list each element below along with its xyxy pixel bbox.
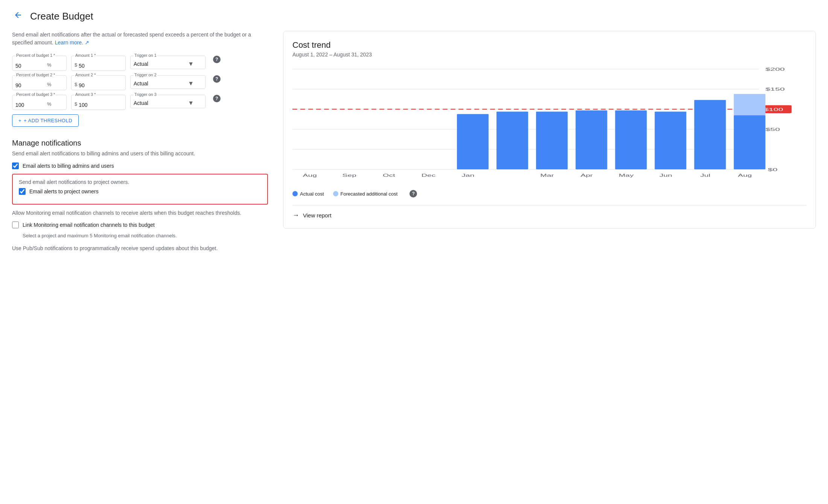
- x-label-sep: Sep: [342, 173, 356, 178]
- x-label-jul: Jul: [700, 173, 711, 178]
- legend-actual: Actual cost: [292, 191, 324, 197]
- x-label-may: May: [619, 173, 634, 178]
- cost-trend-date: August 1, 2022 – August 31, 2023: [292, 52, 807, 58]
- link-monitoring-row: Link Monitoring email notification chann…: [12, 222, 268, 228]
- legend-forecast-dot: [333, 191, 338, 196]
- link-monitoring-text-block: Link Monitoring email notification chann…: [23, 222, 155, 228]
- percent-field-2: Percent of budget 2 * %: [12, 75, 67, 90]
- chart-svg: $200 $150 $100 $50 $0 $100: [292, 65, 807, 185]
- budget-label-text: $100: [764, 107, 783, 112]
- legend-forecast: Forecasted additional cost: [333, 191, 398, 197]
- percent-label-2: Percent of budget 2 *: [15, 73, 56, 77]
- x-label-jan: Jan: [462, 173, 475, 178]
- amount-label-1: Amount 1 *: [75, 53, 96, 58]
- amount-label-3: Amount 3 *: [75, 92, 96, 97]
- percent-field-3: Percent of budget 3 * %: [12, 95, 67, 110]
- project-owners-desc: Send email alert notifications to projec…: [19, 179, 261, 185]
- bar-may: [615, 111, 647, 170]
- header: Create Budget: [12, 9, 816, 23]
- link-monitoring-checkbox[interactable]: [12, 222, 19, 228]
- cost-trend-title: Cost trend: [292, 40, 807, 50]
- bar-jun: [655, 112, 686, 170]
- amount-field-1: Amount 1 * $: [71, 56, 126, 71]
- amount-field-2: Amount 2 * $: [71, 75, 126, 90]
- view-report-arrow-icon: →: [292, 211, 299, 219]
- right-panel: Cost trend August 1, 2022 – August 31, 2…: [283, 31, 816, 252]
- learn-more-link[interactable]: Learn more. ↗: [55, 39, 89, 46]
- project-owners-checkbox-row: Email alerts to project owners: [19, 188, 261, 195]
- allow-monitoring-desc: Allow Monitoring email notification chan…: [12, 209, 268, 217]
- x-label-apr: Apr: [580, 173, 593, 178]
- email-admins-label: Email alerts to billing admins and users: [23, 163, 114, 169]
- legend-actual-dot: [292, 191, 298, 196]
- chart-area: $200 $150 $100 $50 $0 $100: [292, 65, 807, 185]
- legend-actual-label: Actual cost: [300, 191, 324, 197]
- back-arrow-icon: [14, 11, 23, 20]
- percent-input-1[interactable]: [15, 61, 46, 69]
- chart-legend: Actual cost Forecasted additional cost ?: [292, 190, 807, 197]
- left-panel: Send email alert notifications after the…: [12, 31, 268, 252]
- trigger-field-1: Trigger on 1 Actual Forecasted ▼: [130, 56, 205, 69]
- description-text: Send email alert notifications after the…: [12, 31, 268, 47]
- trigger-field-3: Trigger on 3 Actual Forecasted ▼: [130, 95, 205, 108]
- bar-jul: [694, 100, 726, 170]
- threshold-row-1: Percent of budget 1 * % Amount 1 * $: [12, 56, 268, 71]
- x-label-aug2: Aug: [738, 173, 752, 178]
- y-label-0: $0: [768, 167, 778, 172]
- percent-input-2[interactable]: [15, 80, 46, 88]
- threshold-row-2: Percent of budget 2 * % Amount 2 * $: [12, 75, 268, 90]
- project-owners-checkbox[interactable]: [19, 188, 26, 195]
- manage-notifications-desc: Send email alert notifications to billin…: [12, 150, 268, 156]
- trigger-select-1[interactable]: Actual Forecasted: [134, 61, 188, 67]
- dropdown-arrow-2: ▼: [188, 80, 194, 87]
- external-link-icon: ↗: [85, 39, 89, 46]
- bar-mar: [536, 112, 568, 170]
- x-label-mar: Mar: [540, 173, 554, 178]
- dropdown-arrow-3: ▼: [188, 100, 194, 106]
- bar-aug2-forecast: [734, 94, 766, 115]
- thresholds-container: Percent of budget 1 * % Amount 1 * $: [12, 56, 268, 110]
- main-layout: Send email alert notifications after the…: [12, 31, 816, 252]
- page-container: Create Budget Send email alert notificat…: [0, 0, 828, 261]
- trigger-label-2: Trigger on 2: [134, 73, 157, 77]
- amount-field-3: Amount 3 * $: [71, 95, 126, 110]
- bar-apr: [575, 111, 607, 170]
- bar-feb: [496, 112, 528, 170]
- trigger-select-2[interactable]: Actual Forecasted: [134, 80, 188, 87]
- amount-input-1[interactable]: [79, 61, 122, 69]
- email-admins-row: Email alerts to billing admins and users: [12, 162, 268, 169]
- dollar-sign-3: $: [75, 101, 77, 107]
- amount-input-2[interactable]: [79, 80, 122, 88]
- bar-jan: [457, 114, 489, 169]
- add-threshold-button[interactable]: + + ADD THRESHOLD: [12, 114, 79, 127]
- page-title: Create Budget: [30, 11, 93, 22]
- amount-label-2: Amount 2 *: [75, 73, 96, 77]
- percent-label-3: Percent of budget 3 *: [15, 92, 56, 97]
- pubsub-desc: Use Pub/Sub notifications to programmati…: [12, 244, 268, 252]
- help-icon-1[interactable]: ?: [213, 56, 221, 63]
- help-icon-2[interactable]: ?: [213, 75, 221, 83]
- x-label-oct: Oct: [383, 173, 395, 178]
- dollar-sign-1: $: [75, 62, 77, 68]
- percent-label-1: Percent of budget 1 *: [15, 53, 56, 58]
- x-label-jun: Jun: [659, 173, 672, 178]
- back-button[interactable]: [12, 9, 24, 23]
- project-owners-label: Email alerts to project owners: [29, 188, 99, 194]
- amount-input-3[interactable]: [79, 100, 122, 108]
- x-label-aug1: Aug: [303, 173, 317, 178]
- legend-help-icon[interactable]: ?: [409, 190, 417, 197]
- help-icon-3[interactable]: ?: [213, 95, 221, 102]
- dollar-sign-2: $: [75, 82, 77, 87]
- threshold-row-3: Percent of budget 3 * % Amount 3 * $: [12, 95, 268, 110]
- plus-icon: +: [18, 118, 21, 123]
- percent-input-3[interactable]: [15, 100, 46, 108]
- percent-symbol-2: %: [47, 82, 52, 87]
- trigger-select-3[interactable]: Actual Forecasted: [134, 100, 188, 106]
- email-admins-checkbox[interactable]: [12, 162, 19, 169]
- dropdown-arrow-1: ▼: [188, 61, 194, 67]
- bar-aug2-actual: [734, 115, 766, 169]
- view-report-row[interactable]: → View report: [292, 205, 807, 219]
- trigger-field-2: Trigger on 2 Actual Forecasted ▼: [130, 75, 205, 89]
- legend-forecast-label: Forecasted additional cost: [341, 191, 398, 197]
- x-label-dec: Dec: [422, 173, 435, 178]
